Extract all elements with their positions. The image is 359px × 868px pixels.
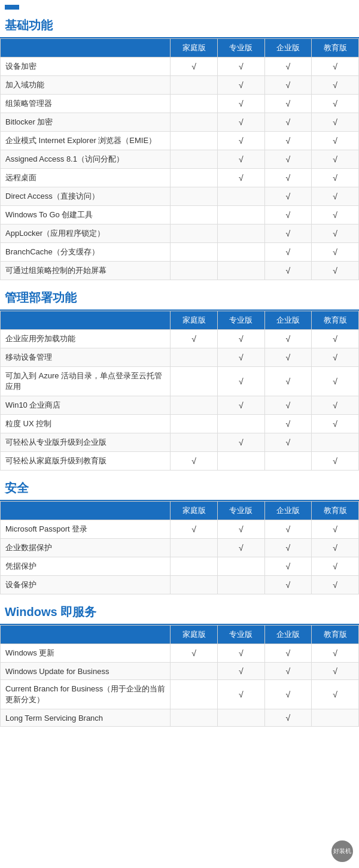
check-cell-home [171,224,218,243]
check-cell-ent: √ [264,132,312,150]
col-header-ent-security: 企业版 [264,502,312,520]
check-cell-ent: √ [264,644,312,663]
check-cell-ent: √ [264,187,312,206]
col-header-pro-mgmt: 专业版 [217,311,264,330]
check-cell-edu: √ [312,57,359,76]
table-row: Windows 更新√√√√ [1,644,359,663]
check-cell-home: √ [171,452,218,471]
col-header-feature-servicing [1,626,171,644]
check-cell-edu: √ [312,415,359,433]
check-cell-edu: √ [312,396,359,415]
check-cell-home [171,206,218,224]
check-cell-home [171,187,218,206]
check-cell-pro: √ [217,169,264,187]
feature-name-cell: 企业应用旁加载功能 [1,330,171,348]
check-cell-home [171,243,218,262]
check-cell-pro: √ [217,330,264,348]
section-heading-mgmt: 管理部署功能 [0,284,359,311]
check-cell-edu: √ [312,663,359,680]
check-cell-pro [217,709,264,727]
check-cell-ent: √ [264,330,312,348]
table-row: Long Term Servicing Branch√ [1,709,359,727]
check-cell-home [171,396,218,415]
col-header-feature-mgmt [1,311,171,330]
check-cell-home [171,415,218,433]
check-cell-pro [217,557,264,576]
table-row: 企业应用旁加载功能√√√√ [1,330,359,348]
feature-name-cell: BranchCache（分支缓存） [1,243,171,262]
feature-table-basic: 家庭版专业版企业版教育版设备加密√√√√加入域功能√√√组策略管理器√√√Bit… [0,38,359,280]
table-row: 企业模式 Internet Explorer 浏览器（EMIE）√√√ [1,132,359,150]
col-header-home-basic: 家庭版 [171,39,218,57]
check-cell-home: √ [171,57,218,76]
col-header-feature-security [1,502,171,520]
feature-name-cell: Microsoft Passport 登录 [1,520,171,539]
check-cell-ent: √ [264,169,312,187]
check-cell-edu: √ [312,224,359,243]
check-cell-home [171,367,218,396]
check-cell-edu: √ [312,113,359,132]
check-cell-edu: √ [312,557,359,576]
check-cell-edu: √ [312,187,359,206]
check-cell-ent: √ [264,663,312,680]
check-cell-edu: √ [312,169,359,187]
table-row: 粒度 UX 控制√√ [1,415,359,433]
check-cell-home: √ [171,520,218,539]
check-cell-pro: √ [217,150,264,169]
check-cell-edu: √ [312,95,359,113]
check-cell-edu: √ [312,680,359,709]
table-row: 可加入到 Azure 活动目录，单点登录至云托管应用√√√ [1,367,359,396]
check-cell-pro [217,452,264,471]
table-row: 可轻松从家庭版升级到教育版√√ [1,452,359,471]
section-heading-servicing: Windows 即服务 [0,598,359,625]
col-header-ent-basic: 企业版 [264,39,312,57]
check-cell-edu [312,433,359,452]
check-cell-pro: √ [217,433,264,452]
feature-name-cell: 组策略管理器 [1,95,171,113]
col-header-home-security: 家庭版 [171,502,218,520]
page-wrapper: 基础功能家庭版专业版企业版教育版设备加密√√√√加入域功能√√√组策略管理器√√… [0,0,359,727]
table-row: 加入域功能√√√ [1,76,359,95]
check-cell-ent: √ [264,262,312,280]
col-header-edu-mgmt: 教育版 [312,311,359,330]
table-row: 可轻松从专业版升级到企业版√√ [1,433,359,452]
table-row: Windows Update for Business√√√ [1,663,359,680]
check-cell-pro [217,224,264,243]
feature-name-cell: 可通过组策略控制的开始屏幕 [1,262,171,280]
check-cell-ent: √ [264,243,312,262]
check-cell-home [171,132,218,150]
feature-name-cell: 设备保护 [1,576,171,594]
table-row: 远程桌面√√√ [1,169,359,187]
feature-name-cell: Windows 更新 [1,644,171,663]
check-cell-home: √ [171,330,218,348]
section-table-security: 家庭版专业版企业版教育版Microsoft Passport 登录√√√√企业数… [0,501,359,594]
section-table-servicing: 家庭版专业版企业版教育版Windows 更新√√√√Windows Update… [0,625,359,727]
check-cell-ent: √ [264,95,312,113]
check-cell-edu: √ [312,644,359,663]
check-cell-pro: √ [217,76,264,95]
table-row: AppLocker（应用程序锁定）√√ [1,224,359,243]
check-cell-ent: √ [264,539,312,557]
section-table-mgmt: 家庭版专业版企业版教育版企业应用旁加载功能√√√√移动设备管理√√√可加入到 A… [0,311,359,471]
check-cell-edu: √ [312,150,359,169]
check-cell-ent: √ [264,433,312,452]
table-row: 设备加密√√√√ [1,57,359,76]
check-cell-edu: √ [312,367,359,396]
check-cell-home [171,348,218,367]
check-cell-edu: √ [312,206,359,224]
check-cell-ent: √ [264,576,312,594]
check-cell-home [171,680,218,709]
check-cell-ent: √ [264,57,312,76]
check-cell-ent: √ [264,396,312,415]
check-cell-pro: √ [217,348,264,367]
check-cell-ent: √ [264,113,312,132]
feature-name-cell: 粒度 UX 控制 [1,415,171,433]
check-cell-ent: √ [264,206,312,224]
check-cell-edu: √ [312,76,359,95]
check-cell-ent: √ [264,415,312,433]
feature-name-cell: 企业数据保护 [1,539,171,557]
check-cell-home [171,76,218,95]
feature-name-cell: 可轻松从家庭版升级到教育版 [1,452,171,471]
table-row: Win10 企业商店√√√ [1,396,359,415]
check-cell-pro [217,206,264,224]
